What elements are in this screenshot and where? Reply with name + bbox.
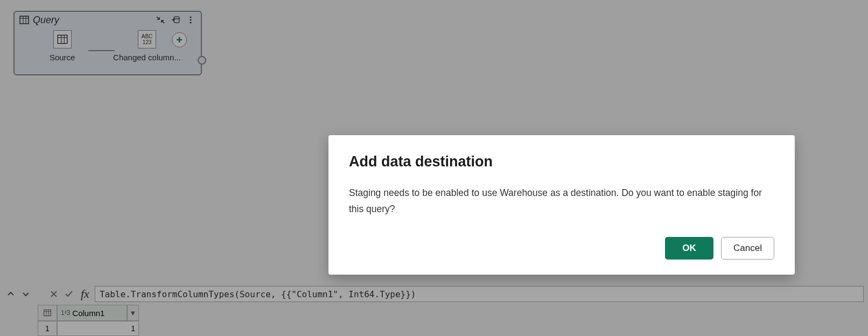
dialog-title: Add data destination — [349, 153, 774, 170]
add-data-destination-dialog: Add data destination Staging needs to be… — [328, 135, 795, 275]
ok-button[interactable]: OK — [665, 237, 713, 260]
cancel-button[interactable]: Cancel — [721, 237, 774, 260]
dialog-footer: OK Cancel — [349, 237, 774, 260]
dialog-message: Staging needs to be enabled to use Wareh… — [349, 185, 774, 218]
